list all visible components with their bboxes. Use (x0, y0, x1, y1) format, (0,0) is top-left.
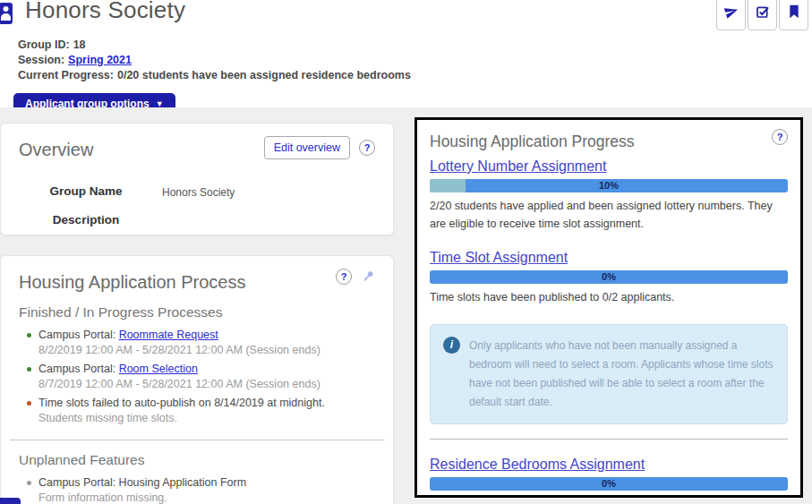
housing-application-progress-panel: Housing Application Progress ? Lottery N… (415, 117, 803, 498)
process-help-icon[interactable]: ? (336, 269, 352, 285)
residence-bedrooms-assignment-link[interactable]: Residence Bedrooms Assignment (430, 457, 645, 473)
divider (430, 439, 788, 440)
process-item-prefix: Campus Portal: (38, 363, 119, 375)
residence-bedrooms-section: Residence Bedrooms Assignment 0% 0/20 st… (430, 457, 788, 498)
left-column: Overview Edit overview ? Group Name Hono… (0, 123, 394, 504)
send-button[interactable] (716, 0, 746, 30)
send-icon (724, 4, 739, 21)
time-slot-assignment-link[interactable]: Time Slot Assignment (430, 250, 568, 266)
group-id-value: 18 (73, 38, 86, 51)
tasks-check-icon (756, 4, 770, 21)
time-slot-section: Time Slot Assignment 0% Time slots have … (430, 250, 788, 306)
group-id-label: Group ID: (18, 38, 70, 51)
group-name-label: Group Name (19, 184, 153, 199)
unplanned-item-note: Form information missing. (38, 491, 375, 504)
group-name-row: Group Name Honors Society (19, 184, 375, 199)
overview-title: Overview (19, 140, 264, 160)
page-header: Honors Society (0, 0, 812, 115)
group-icon (0, 2, 13, 25)
lottery-caption: 2/20 students have applied and been assi… (430, 197, 788, 233)
list-item: Campus Portal: Housing Application Form … (38, 475, 375, 504)
lottery-section: Lottery Number Assignment 10% 2/20 stude… (430, 158, 788, 233)
group-meta: Group ID:18 Session:Spring 2021 Current … (18, 38, 812, 83)
process-item-dates: 8/2/2019 12:00 AM - 5/28/2021 12:00 AM (… (38, 343, 375, 357)
process-item-prefix: Campus Portal: (38, 329, 119, 341)
list-item: Campus Portal: Roommate Request 8/2/2019… (38, 328, 375, 357)
list-item: Time slots failed to auto-publish on 8/1… (38, 396, 375, 425)
process-item-note: Students missing time slots. (38, 411, 375, 425)
overview-help-icon[interactable]: ? (359, 140, 375, 156)
page: Honors Society (0, 0, 812, 115)
description-label: Description (19, 213, 153, 226)
process-item-dates: 8/7/2019 12:00 AM - 5/28/2021 12:00 AM (… (38, 377, 375, 391)
header-actions (716, 0, 808, 30)
room-selection-link[interactable]: Room Selection (119, 363, 198, 375)
page-title: Honors Society (25, 0, 185, 24)
finished-processes-list: Campus Portal: Roommate Request 8/2/2019… (19, 328, 375, 425)
pin-icon[interactable] (361, 269, 375, 284)
session-line: Session:Spring 2021 (18, 53, 812, 68)
process-item-text: Time slots failed to auto-publish on 8/1… (38, 397, 325, 409)
lottery-progress-bar: 10% (430, 179, 788, 192)
title-row: Honors Society (0, 2, 812, 30)
lottery-number-assignment-link[interactable]: Lottery Number Assignment (430, 158, 606, 175)
process-title: Housing Application Process (19, 272, 336, 293)
description-row: Description (19, 213, 375, 226)
progress-help-icon[interactable]: ? (772, 129, 788, 145)
housing-application-process-card: Housing Application Process ? Finished / (0, 255, 394, 504)
finished-processes-heading: Finished / In Progress Processes (19, 304, 375, 320)
current-progress-label: Current Progress: (18, 69, 114, 81)
time-slot-caption: Time slots have been published to 0/2 ap… (430, 288, 788, 306)
bookmark-icon (787, 4, 801, 21)
current-progress-text: 0/20 students have been assigned residen… (117, 69, 411, 81)
group-name-value: Honors Society (162, 184, 235, 199)
progress-bar-label: 10% (430, 179, 788, 192)
roommate-request-link[interactable]: Roommate Request (119, 329, 218, 341)
session-link[interactable]: Spring 2021 (68, 54, 132, 66)
divider (10, 440, 384, 440)
unplanned-item-text: Campus Portal: Housing Application Form (38, 476, 246, 489)
session-label: Session: (18, 54, 64, 66)
unplanned-features-heading: Unplanned Features (19, 452, 375, 468)
progress-bar-label: 0% (430, 477, 788, 491)
residence-caption: 0/20 students have been assigned bedroom… (430, 495, 788, 498)
tasks-button[interactable] (748, 0, 777, 30)
info-icon: i (443, 337, 460, 354)
info-text: Only applicants who have not been manual… (469, 337, 774, 412)
time-slot-progress-bar: 0% (430, 270, 788, 284)
progress-bar-label: 0% (430, 270, 788, 284)
bookmark-button[interactable] (779, 0, 808, 30)
unplanned-features-list: Campus Portal: Housing Application Form … (19, 475, 375, 504)
current-progress-line: Current Progress:0/20 students have been… (18, 68, 812, 83)
list-item: Campus Portal: Room Selection 8/7/2019 1… (38, 362, 375, 391)
content-area: Overview Edit overview ? Group Name Hono… (0, 107, 812, 504)
overview-card: Overview Edit overview ? Group Name Hono… (0, 123, 394, 235)
edit-overview-button[interactable]: Edit overview (264, 136, 350, 159)
residence-progress-bar: 0% (430, 477, 788, 491)
progress-panel-title: Housing Application Progress (430, 132, 772, 151)
info-box: i Only applicants who have not been manu… (430, 324, 788, 424)
chat-widget-partial[interactable] (0, 498, 21, 504)
group-id-line: Group ID:18 (18, 38, 812, 53)
